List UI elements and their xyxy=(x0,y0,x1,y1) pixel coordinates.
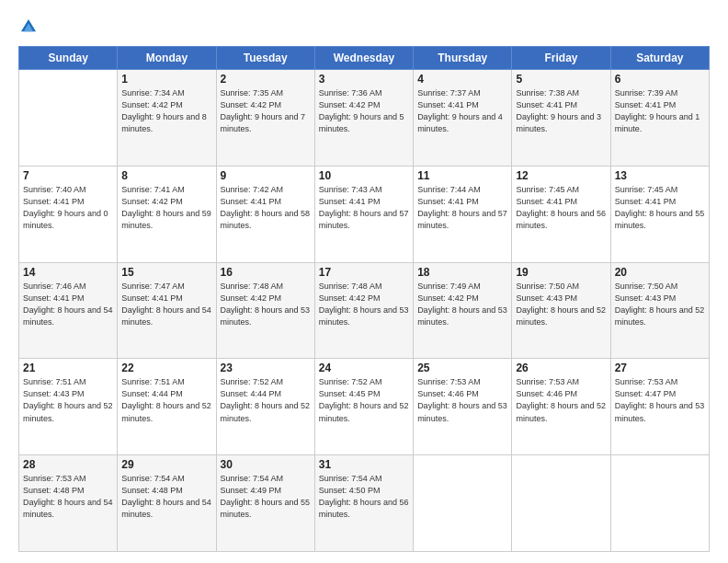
calendar-cell: 5Sunrise: 7:38 AMSunset: 4:41 PMDaylight… xyxy=(512,70,610,167)
calendar-cell xyxy=(610,455,709,552)
weekday-header-friday: Friday xyxy=(512,47,610,70)
day-info: Sunrise: 7:48 AMSunset: 4:42 PMDaylight:… xyxy=(319,281,409,328)
calendar-cell: 20Sunrise: 7:50 AMSunset: 4:43 PMDayligh… xyxy=(610,262,709,359)
calendar-cell: 10Sunrise: 7:43 AMSunset: 4:41 PMDayligh… xyxy=(314,166,413,262)
calendar-cell: 9Sunrise: 7:42 AMSunset: 4:41 PMDaylight… xyxy=(216,166,314,262)
day-info: Sunrise: 7:38 AMSunset: 4:41 PMDaylight:… xyxy=(516,87,606,135)
day-number: 20 xyxy=(615,266,705,279)
calendar-week-1: 7Sunrise: 7:40 AMSunset: 4:41 PMDaylight… xyxy=(19,166,710,262)
day-info: Sunrise: 7:51 AMSunset: 4:43 PMDaylight:… xyxy=(23,376,113,424)
calendar-table: SundayMondayTuesdayWednesdayThursdayFrid… xyxy=(18,46,710,552)
day-info: Sunrise: 7:51 AMSunset: 4:44 PMDaylight:… xyxy=(121,376,211,424)
day-number: 25 xyxy=(417,362,507,374)
day-number: 27 xyxy=(615,362,705,374)
calendar-cell: 28Sunrise: 7:53 AMSunset: 4:48 PMDayligh… xyxy=(19,455,118,552)
day-info: Sunrise: 7:49 AMSunset: 4:42 PMDaylight:… xyxy=(417,281,507,328)
day-number: 28 xyxy=(23,458,113,471)
day-info: Sunrise: 7:52 AMSunset: 4:44 PMDaylight:… xyxy=(221,376,311,424)
calendar-cell: 17Sunrise: 7:48 AMSunset: 4:42 PMDayligh… xyxy=(314,262,413,359)
day-info: Sunrise: 7:52 AMSunset: 4:45 PMDaylight:… xyxy=(319,376,409,424)
day-info: Sunrise: 7:41 AMSunset: 4:42 PMDaylight:… xyxy=(121,184,211,232)
day-info: Sunrise: 7:40 AMSunset: 4:41 PMDaylight:… xyxy=(23,184,113,232)
weekday-header-saturday: Saturday xyxy=(610,47,709,70)
calendar-cell: 11Sunrise: 7:44 AMSunset: 4:41 PMDayligh… xyxy=(414,166,512,262)
logo-icon xyxy=(18,17,39,37)
calendar-cell: 1Sunrise: 7:34 AMSunset: 4:42 PMDaylight… xyxy=(118,70,216,167)
day-number: 18 xyxy=(417,266,507,279)
calendar-cell: 23Sunrise: 7:52 AMSunset: 4:44 PMDayligh… xyxy=(216,359,314,455)
day-number: 11 xyxy=(417,169,507,182)
day-info: Sunrise: 7:39 AMSunset: 4:41 PMDaylight:… xyxy=(615,87,705,135)
calendar-week-3: 21Sunrise: 7:51 AMSunset: 4:43 PMDayligh… xyxy=(19,359,710,455)
calendar-cell: 12Sunrise: 7:45 AMSunset: 4:41 PMDayligh… xyxy=(512,166,610,262)
day-number: 26 xyxy=(516,362,606,374)
calendar-cell xyxy=(512,455,610,552)
weekday-header-monday: Monday xyxy=(118,47,216,70)
day-number: 24 xyxy=(319,362,409,374)
day-number: 15 xyxy=(121,266,211,279)
calendar-cell: 26Sunrise: 7:53 AMSunset: 4:46 PMDayligh… xyxy=(512,359,610,455)
header xyxy=(18,17,710,37)
calendar-cell: 25Sunrise: 7:53 AMSunset: 4:46 PMDayligh… xyxy=(414,359,512,455)
calendar-cell: 19Sunrise: 7:50 AMSunset: 4:43 PMDayligh… xyxy=(512,262,610,359)
day-info: Sunrise: 7:42 AMSunset: 4:41 PMDaylight:… xyxy=(221,184,311,232)
day-info: Sunrise: 7:45 AMSunset: 4:41 PMDaylight:… xyxy=(615,184,705,232)
day-info: Sunrise: 7:50 AMSunset: 4:43 PMDaylight:… xyxy=(516,281,606,328)
day-info: Sunrise: 7:34 AMSunset: 4:42 PMDaylight:… xyxy=(121,87,211,135)
weekday-header-tuesday: Tuesday xyxy=(216,47,314,70)
calendar-cell: 18Sunrise: 7:49 AMSunset: 4:42 PMDayligh… xyxy=(414,262,512,359)
calendar-body: 1Sunrise: 7:34 AMSunset: 4:42 PMDaylight… xyxy=(19,70,710,552)
calendar-page: SundayMondayTuesdayWednesdayThursdayFrid… xyxy=(0,0,728,563)
day-number: 31 xyxy=(319,458,409,471)
day-number: 2 xyxy=(221,73,311,86)
calendar-cell: 31Sunrise: 7:54 AMSunset: 4:50 PMDayligh… xyxy=(314,455,413,552)
day-number: 6 xyxy=(615,73,705,86)
day-number: 4 xyxy=(417,73,507,86)
calendar-cell: 7Sunrise: 7:40 AMSunset: 4:41 PMDaylight… xyxy=(19,166,118,262)
day-number: 19 xyxy=(516,266,606,279)
day-number: 12 xyxy=(516,169,606,182)
calendar-cell: 27Sunrise: 7:53 AMSunset: 4:47 PMDayligh… xyxy=(610,359,709,455)
day-number: 14 xyxy=(23,266,113,279)
day-info: Sunrise: 7:50 AMSunset: 4:43 PMDaylight:… xyxy=(615,281,705,328)
calendar-cell: 24Sunrise: 7:52 AMSunset: 4:45 PMDayligh… xyxy=(314,359,413,455)
weekday-header-wednesday: Wednesday xyxy=(314,47,413,70)
calendar-week-4: 28Sunrise: 7:53 AMSunset: 4:48 PMDayligh… xyxy=(19,455,710,552)
calendar-cell: 14Sunrise: 7:46 AMSunset: 4:41 PMDayligh… xyxy=(19,262,118,359)
weekday-header-row: SundayMondayTuesdayWednesdayThursdayFrid… xyxy=(19,47,710,70)
day-number: 7 xyxy=(23,169,113,182)
calendar-cell: 3Sunrise: 7:36 AMSunset: 4:42 PMDaylight… xyxy=(314,70,413,167)
day-info: Sunrise: 7:43 AMSunset: 4:41 PMDaylight:… xyxy=(319,184,409,232)
day-number: 10 xyxy=(319,169,409,182)
calendar-cell: 2Sunrise: 7:35 AMSunset: 4:42 PMDaylight… xyxy=(216,70,314,167)
day-info: Sunrise: 7:47 AMSunset: 4:41 PMDaylight:… xyxy=(121,281,211,328)
day-number: 9 xyxy=(221,169,311,182)
day-number: 1 xyxy=(121,73,211,86)
calendar-cell: 15Sunrise: 7:47 AMSunset: 4:41 PMDayligh… xyxy=(118,262,216,359)
calendar-cell: 6Sunrise: 7:39 AMSunset: 4:41 PMDaylight… xyxy=(610,70,709,167)
day-info: Sunrise: 7:54 AMSunset: 4:49 PMDaylight:… xyxy=(221,473,311,521)
day-info: Sunrise: 7:48 AMSunset: 4:42 PMDaylight:… xyxy=(221,281,311,328)
weekday-header-thursday: Thursday xyxy=(414,47,512,70)
calendar-cell: 29Sunrise: 7:54 AMSunset: 4:48 PMDayligh… xyxy=(118,455,216,552)
day-number: 17 xyxy=(319,266,409,279)
weekday-header-sunday: Sunday xyxy=(19,47,118,70)
day-info: Sunrise: 7:53 AMSunset: 4:48 PMDaylight:… xyxy=(23,473,113,521)
day-number: 29 xyxy=(121,458,211,471)
day-number: 5 xyxy=(516,73,606,86)
day-number: 30 xyxy=(221,458,311,471)
day-info: Sunrise: 7:45 AMSunset: 4:41 PMDaylight:… xyxy=(516,184,606,232)
day-info: Sunrise: 7:36 AMSunset: 4:42 PMDaylight:… xyxy=(319,87,409,135)
calendar-cell: 8Sunrise: 7:41 AMSunset: 4:42 PMDaylight… xyxy=(118,166,216,262)
day-number: 22 xyxy=(121,362,211,374)
calendar-week-2: 14Sunrise: 7:46 AMSunset: 4:41 PMDayligh… xyxy=(19,262,710,359)
calendar-cell: 30Sunrise: 7:54 AMSunset: 4:49 PMDayligh… xyxy=(216,455,314,552)
day-info: Sunrise: 7:37 AMSunset: 4:41 PMDaylight:… xyxy=(417,87,507,135)
calendar-cell: 21Sunrise: 7:51 AMSunset: 4:43 PMDayligh… xyxy=(19,359,118,455)
day-info: Sunrise: 7:53 AMSunset: 4:46 PMDaylight:… xyxy=(417,376,507,424)
calendar-cell: 16Sunrise: 7:48 AMSunset: 4:42 PMDayligh… xyxy=(216,262,314,359)
day-number: 16 xyxy=(221,266,311,279)
day-info: Sunrise: 7:53 AMSunset: 4:47 PMDaylight:… xyxy=(615,376,705,424)
day-number: 13 xyxy=(615,169,705,182)
day-number: 3 xyxy=(319,73,409,86)
